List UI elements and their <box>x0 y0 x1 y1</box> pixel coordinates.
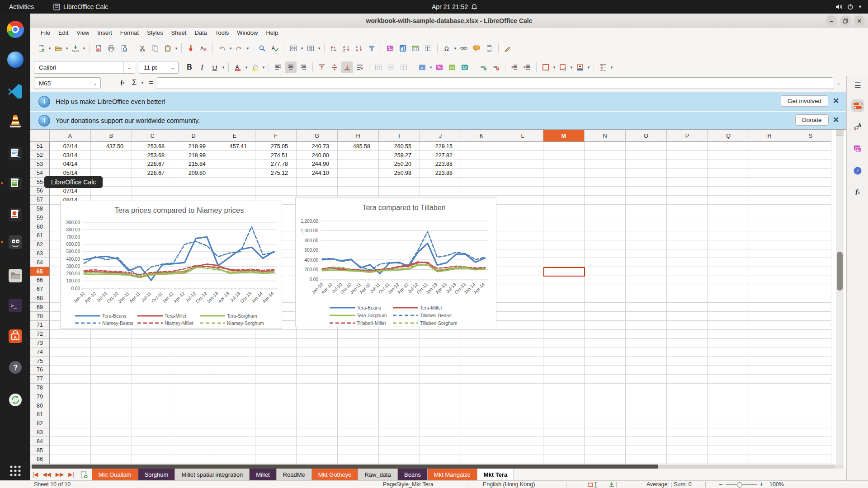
menu-edit[interactable]: Edit <box>54 29 72 36</box>
horizontal-scrollbar[interactable] <box>30 465 835 469</box>
merge-cells-icon[interactable] <box>385 61 397 73</box>
column-header-D[interactable]: D <box>173 130 214 142</box>
row-header-86[interactable]: 86 <box>30 455 50 464</box>
insert-column-dropdown[interactable]: ▾ <box>317 46 321 51</box>
sort-az-icon[interactable]: AZ <box>340 42 352 54</box>
align-bottom-icon[interactable] <box>341 61 353 73</box>
undo-icon[interactable] <box>216 42 228 54</box>
row-header-74[interactable]: 74 <box>30 347 50 357</box>
column-header-N[interactable]: N <box>585 130 626 142</box>
open-file-icon[interactable] <box>52 42 64 54</box>
row-header-76[interactable]: 76 <box>30 366 50 375</box>
sheet-tab-sorghum[interactable]: Sorghum <box>138 469 175 480</box>
sheet-tab-mkt-mangaize[interactable]: Mkt Mangaize <box>428 469 477 480</box>
menu-view[interactable]: View <box>72 29 93 36</box>
sheet-tab-mkt-tera[interactable]: Mkt Tera <box>477 469 514 480</box>
row-header-70[interactable]: 70 <box>30 312 50 321</box>
spelling-icon[interactable]: A <box>269 42 281 54</box>
cell-E51[interactable]: 457.41 <box>214 142 255 151</box>
delete-decimal-icon[interactable]: .00 <box>490 61 502 73</box>
font-color-icon[interactable]: A <box>232 61 244 73</box>
select-all-corner[interactable] <box>30 130 50 142</box>
donate-button[interactable]: Donate <box>795 114 829 126</box>
column-header-I[interactable]: I <box>379 130 420 142</box>
sort-ascending-icon[interactable] <box>328 42 340 54</box>
row-header-82[interactable]: 82 <box>30 419 50 428</box>
format-date-icon[interactable]: 15 <box>459 61 471 73</box>
sheet-tab-readme[interactable]: ReadMe <box>277 469 312 480</box>
column-header-Q[interactable]: Q <box>708 130 749 142</box>
zoom-in-icon[interactable]: + <box>760 480 763 488</box>
align-right-icon[interactable] <box>297 61 309 73</box>
zoom-slider-handle[interactable] <box>737 482 742 488</box>
libreoffice-writer-icon[interactable] <box>5 143 25 164</box>
row-header-75[interactable]: 75 <box>30 357 50 366</box>
format-number-icon[interactable]: 0.0 <box>446 61 458 73</box>
name-box-dropdown[interactable]: ⌄ <box>90 81 100 86</box>
redo-dropdown[interactable]: ▾ <box>245 46 250 51</box>
cell-F54[interactable]: 275.12 <box>255 169 297 178</box>
column-header-L[interactable]: L <box>502 130 543 142</box>
row-header-84[interactable]: 84 <box>30 437 50 446</box>
row-header-58[interactable]: 58 <box>30 205 50 214</box>
row-header-59[interactable]: 59 <box>30 213 50 222</box>
cell-D54[interactable]: 209.80 <box>173 169 214 178</box>
column-header-G[interactable]: G <box>297 130 338 142</box>
chrome-icon[interactable] <box>5 19 25 39</box>
paste-icon[interactable] <box>162 42 174 54</box>
new-document-dropdown[interactable]: ▾ <box>47 46 52 51</box>
function-wizard-icon[interactable]: fx <box>117 77 128 88</box>
insert-chart-icon[interactable] <box>397 42 409 54</box>
vscode-icon[interactable] <box>5 80 25 101</box>
gallery-panel-icon[interactable] <box>851 143 864 155</box>
selected-cell-M65[interactable] <box>543 267 585 277</box>
border-style-icon[interactable] <box>557 61 569 73</box>
column-header-M[interactable]: M <box>543 130 585 142</box>
libreoffice-calc-icon[interactable] <box>5 173 25 193</box>
row-header-53[interactable]: 53 <box>30 160 50 169</box>
row-header-78[interactable]: 78 <box>30 384 50 393</box>
format-percent-icon[interactable]: % <box>434 61 445 73</box>
insert-pivot-table-icon[interactable] <box>410 42 421 54</box>
row-header-73[interactable]: 73 <box>30 339 50 348</box>
row-header-68[interactable]: 68 <box>30 294 50 303</box>
show-draw-functions-icon[interactable] <box>502 42 514 54</box>
focused-app-indicator[interactable]: LibreOffice Calc <box>53 0 108 14</box>
sheet-tab-millet[interactable]: Millet <box>250 469 276 480</box>
border-color-icon[interactable] <box>574 61 586 73</box>
vertical-scrollbar[interactable] <box>836 130 844 465</box>
sheet-tab-beans[interactable]: Beans <box>398 469 428 480</box>
row-header-81[interactable]: 81 <box>30 410 50 419</box>
menu-styles[interactable]: Styles <box>143 29 167 36</box>
save-state-icon[interactable] <box>609 482 615 488</box>
cell-J51[interactable]: 229.15 <box>420 142 461 151</box>
sheet-tab-mkt-gotheye[interactable]: Mkt Gotheye <box>312 469 359 480</box>
border-color-dropdown[interactable]: ▾ <box>586 65 591 70</box>
align-top-icon[interactable] <box>316 61 328 73</box>
row-header-85[interactable]: 85 <box>30 446 50 455</box>
first-sheet-icon[interactable]: |◀ <box>30 469 40 480</box>
highlight-color-icon[interactable] <box>249 61 261 73</box>
name-box[interactable]: M65 ⌄ <box>34 77 101 89</box>
conditional-formatting-icon[interactable] <box>597 61 609 73</box>
selection-mode-icon[interactable] <box>588 482 600 488</box>
column-header-H[interactable]: H <box>338 130 379 142</box>
close-notification-icon[interactable]: ✕ <box>833 96 839 106</box>
borders-icon[interactable] <box>540 61 552 73</box>
highlight-color-dropdown[interactable]: ▾ <box>261 65 266 70</box>
cell-J52[interactable]: 227.82 <box>420 151 461 160</box>
cell-D53[interactable]: 215.84 <box>173 160 214 169</box>
cell-B51[interactable]: 437.50 <box>91 142 132 151</box>
column-header-K[interactable]: K <box>461 130 502 142</box>
column-header-B[interactable]: B <box>91 130 132 142</box>
ubuntu-software-icon[interactable]: A <box>5 326 25 346</box>
row-header-62[interactable]: 62 <box>30 240 50 249</box>
copy-icon[interactable] <box>149 42 161 54</box>
app-grid-icon[interactable] <box>5 460 25 481</box>
cell-C53[interactable]: 228.67 <box>132 160 173 169</box>
row-header-60[interactable]: 60 <box>30 222 50 231</box>
underline-icon[interactable]: U <box>209 61 221 73</box>
menu-format[interactable]: Format <box>116 29 143 36</box>
cell-G52[interactable]: 240.00 <box>297 151 338 160</box>
sort-za-icon[interactable]: ZA <box>353 42 365 54</box>
